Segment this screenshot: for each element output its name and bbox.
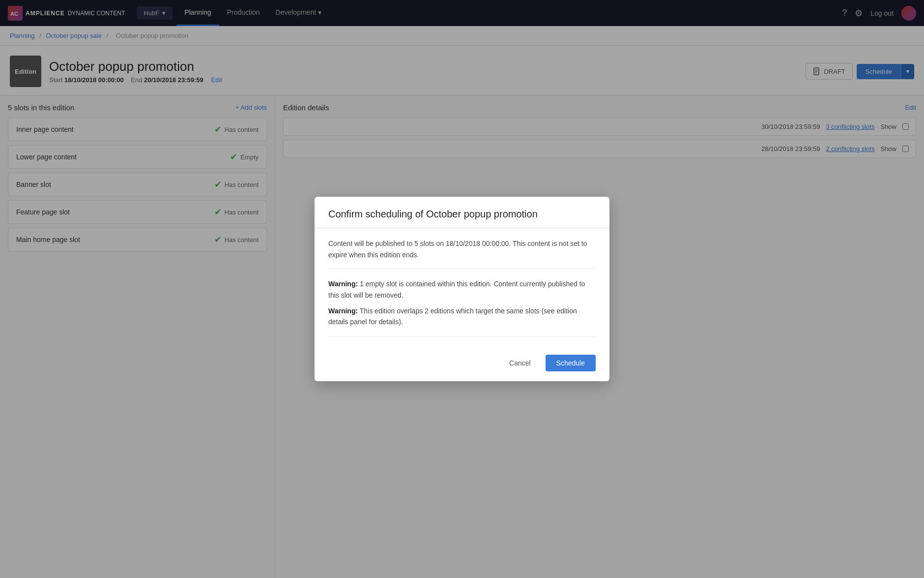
warning1-bold: Warning: — [328, 280, 358, 288]
dialog-body: Content will be published to 5 slots on … — [315, 228, 609, 346]
dialog-footer: Cancel Schedule — [315, 347, 609, 381]
dialog-header: Confirm scheduling of October popup prom… — [315, 197, 609, 228]
cancel-button[interactable]: Cancel — [500, 355, 540, 371]
confirm-dialog: Confirm scheduling of October popup prom… — [315, 197, 609, 381]
dialog-info-text: Content will be published to 5 slots on … — [328, 238, 596, 269]
warning1-text: 1 empty slot is contained within this ed… — [328, 280, 585, 299]
dialog-warnings: Warning: 1 empty slot is contained withi… — [328, 276, 596, 337]
dialog-warning-2: Warning: This edition overlaps 2 edition… — [328, 305, 596, 328]
warning2-text: This edition overlaps 2 editions which t… — [328, 307, 577, 326]
warning2-bold: Warning: — [328, 307, 358, 315]
dialog-warning-1: Warning: 1 empty slot is contained withi… — [328, 278, 596, 301]
modal-overlay[interactable]: Confirm scheduling of October popup prom… — [0, 0, 924, 578]
dialog-title: Confirm scheduling of October popup prom… — [328, 209, 596, 220]
dialog-schedule-button[interactable]: Schedule — [546, 355, 596, 371]
